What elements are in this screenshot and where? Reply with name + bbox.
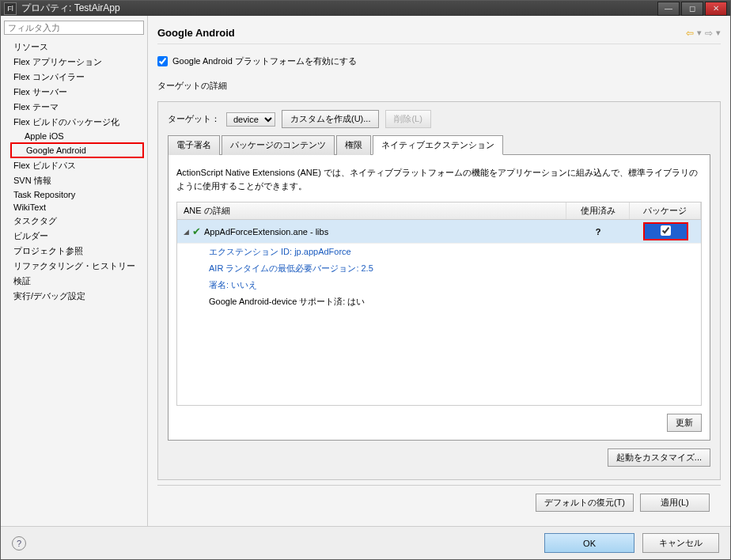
ok-button[interactable]: OK bbox=[544, 533, 634, 553]
back-icon[interactable]: ⇦ bbox=[686, 28, 694, 39]
tree-item-apple-ios[interactable]: Apple iOS bbox=[10, 130, 144, 142]
ane-extension-id[interactable]: エクステンション ID: jp.appAdForce bbox=[177, 244, 701, 260]
tree-item-flex-build-package[interactable]: Flex ビルドのパッケージ化 bbox=[10, 115, 144, 130]
package-checkbox-wrap bbox=[643, 222, 688, 240]
back-menu-icon[interactable]: ▾ bbox=[697, 28, 702, 38]
enable-platform-row: Google Android プラットフォームを有効にする bbox=[157, 52, 721, 77]
tree-item-flex-compiler[interactable]: Flex コンパイラー bbox=[10, 70, 144, 85]
titlebar[interactable]: Fl プロパティ: TestAirApp — ◻ ✕ bbox=[1, 1, 730, 16]
tree-item-flex-theme[interactable]: Flex テーマ bbox=[10, 100, 144, 115]
tab-bar: 電子署名 パッケージのコンテンツ 権限 ネイティブエクステンション bbox=[168, 134, 710, 155]
table-header: ANE の詳細 使用済み パッケージ bbox=[177, 202, 701, 220]
delete-button[interactable]: 削除(L) bbox=[385, 110, 430, 128]
target-details-box: ターゲット： device カスタムを作成(U)... 削除(L) 電子署名 パ… bbox=[157, 101, 721, 480]
tree-item-task-repo[interactable]: Task Repository bbox=[10, 188, 144, 201]
target-label: ターゲット： bbox=[168, 113, 220, 125]
th-details: ANE の詳細 bbox=[177, 202, 566, 219]
tree-item-wikitext[interactable]: WikiText bbox=[10, 201, 144, 214]
ane-android-support: Google Android-device サポート済: はい bbox=[177, 293, 701, 310]
tree-item-project-ref[interactable]: プロジェクト参照 bbox=[10, 244, 144, 259]
update-button[interactable]: 更新 bbox=[667, 414, 702, 432]
restore-defaults-button[interactable]: デフォルトの復元(T) bbox=[536, 494, 634, 512]
customize-launch-button[interactable]: 起動をカスタマイズ... bbox=[608, 448, 710, 467]
page-title: Google Android bbox=[157, 27, 686, 39]
tree-item-flex-app[interactable]: Flex アプリケーション bbox=[10, 55, 144, 70]
customize-row: 起動をカスタマイズ... bbox=[168, 441, 710, 470]
tree-item-builder[interactable]: ビルダー bbox=[10, 229, 144, 244]
sidebar: リソース Flex アプリケーション Flex コンパイラー Flex サーバー… bbox=[1, 16, 148, 526]
maximize-button[interactable]: ◻ bbox=[681, 2, 703, 16]
tab-signature[interactable]: 電子署名 bbox=[168, 135, 220, 155]
tab-content: ActionScript Native Extensions (ANE) では、… bbox=[168, 155, 710, 441]
tree-item-google-android[interactable]: Google Android bbox=[10, 142, 144, 158]
tree-item-resource[interactable]: リソース bbox=[10, 40, 144, 55]
tab-native-extensions[interactable]: ネイティブエクステンション bbox=[373, 135, 503, 155]
check-icon: ✔ bbox=[192, 225, 201, 237]
expand-icon[interactable]: ◢ bbox=[184, 228, 189, 236]
target-section-title: ターゲットの詳細 bbox=[157, 77, 721, 98]
tree-item-flex-server[interactable]: Flex サーバー bbox=[10, 85, 144, 100]
target-row: ターゲット： device カスタムを作成(U)... 削除(L) bbox=[168, 110, 710, 128]
enable-platform-checkbox[interactable] bbox=[157, 56, 168, 66]
package-cell bbox=[630, 220, 701, 243]
window-title: プロパティ: TestAirApp bbox=[21, 2, 657, 15]
package-checkbox[interactable] bbox=[661, 225, 671, 236]
ane-air-runtime[interactable]: AIR ランタイムの最低必要バージョン: 2.5 bbox=[177, 260, 701, 277]
apply-button[interactable]: 適用(L) bbox=[640, 494, 710, 512]
tree-item-flex-build-path[interactable]: Flex ビルドパス bbox=[10, 158, 144, 173]
close-button[interactable]: ✕ bbox=[705, 2, 727, 16]
bottom-right-buttons: OK キャンセル bbox=[544, 533, 719, 553]
ane-name: AppAdForceExtension.ane - libs bbox=[204, 227, 328, 236]
tab-permissions[interactable]: 権限 bbox=[336, 135, 371, 155]
table-row[interactable]: ◢ ✔ AppAdForceExtension.ane - libs ? bbox=[177, 220, 701, 244]
table-empty-space bbox=[177, 310, 701, 405]
tree-item-task-tag[interactable]: タスクタグ bbox=[10, 214, 144, 229]
ane-table: ANE の詳細 使用済み パッケージ ◢ ✔ AppAdForceExtensi… bbox=[176, 202, 702, 406]
ane-description: ActionScript Native Extensions (ANE) では、… bbox=[176, 163, 702, 202]
th-package: パッケージ bbox=[630, 202, 701, 219]
update-row: 更新 bbox=[176, 406, 702, 432]
minimize-button[interactable]: — bbox=[657, 2, 680, 16]
nav-arrows: ⇦ ▾ ⇨ ▾ bbox=[686, 28, 721, 39]
window-controls: — ◻ ✕ bbox=[657, 2, 727, 16]
footer-buttons: デフォルトの復元(T) 適用(L) bbox=[157, 486, 721, 520]
ane-name-cell: ◢ ✔ AppAdForceExtension.ane - libs bbox=[177, 223, 566, 240]
tree-item-validation[interactable]: 検証 bbox=[10, 274, 144, 289]
forward-menu-icon[interactable]: ▾ bbox=[716, 28, 721, 38]
tree-item-run-debug[interactable]: 実行/デバッグ設定 bbox=[10, 289, 144, 304]
properties-dialog: Fl プロパティ: TestAirApp — ◻ ✕ リソース Flex アプリ… bbox=[0, 0, 731, 560]
content-body: Google Android プラットフォームを有効にする ターゲットの詳細 タ… bbox=[157, 44, 721, 480]
content-panel: Google Android ⇦ ▾ ⇨ ▾ Google Android プラ… bbox=[148, 16, 730, 526]
main-area: リソース Flex アプリケーション Flex コンパイラー Flex サーバー… bbox=[1, 16, 730, 526]
forward-icon[interactable]: ⇨ bbox=[705, 28, 713, 39]
th-used: 使用済み bbox=[566, 202, 630, 219]
tab-package-contents[interactable]: パッケージのコンテンツ bbox=[222, 135, 335, 155]
create-custom-button[interactable]: カスタムを作成(U)... bbox=[282, 110, 379, 128]
tree-item-svn[interactable]: SVN 情報 bbox=[10, 173, 144, 188]
tree-item-refactor-history[interactable]: リファクタリング・ヒストリー bbox=[10, 259, 144, 274]
bottom-bar: ? OK キャンセル bbox=[1, 526, 730, 559]
content-header: Google Android ⇦ ▾ ⇨ ▾ bbox=[157, 22, 721, 44]
target-select[interactable]: device bbox=[226, 112, 275, 127]
filter-input[interactable] bbox=[4, 21, 144, 35]
used-cell: ? bbox=[566, 225, 630, 239]
cancel-button[interactable]: キャンセル bbox=[642, 533, 719, 553]
category-tree: リソース Flex アプリケーション Flex コンパイラー Flex サーバー… bbox=[4, 40, 144, 304]
ane-signature[interactable]: 署名: いいえ bbox=[177, 277, 701, 293]
help-icon[interactable]: ? bbox=[12, 536, 26, 551]
enable-platform-label: Google Android プラットフォームを有効にする bbox=[172, 55, 357, 67]
app-icon: Fl bbox=[4, 2, 17, 15]
